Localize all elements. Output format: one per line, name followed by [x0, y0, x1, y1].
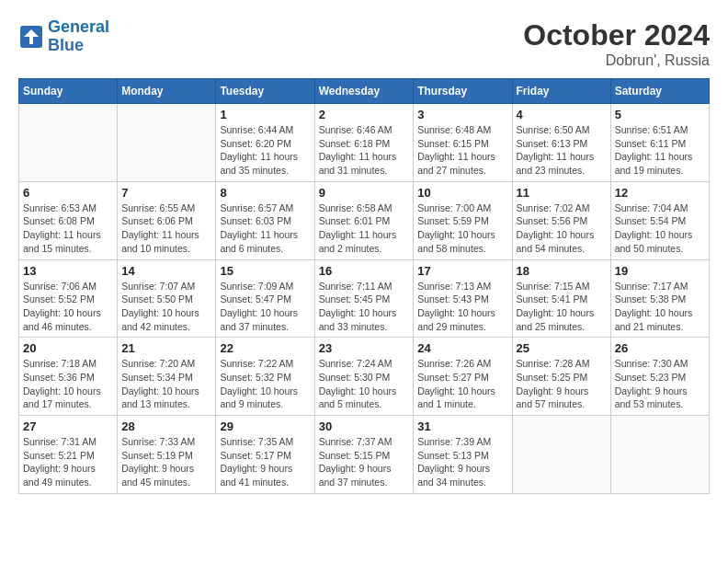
- day-number: 26: [615, 341, 705, 355]
- day-number: 23: [319, 341, 410, 355]
- day-info: Sunrise: 6:55 AM Sunset: 6:06 PM Dayligh…: [121, 201, 211, 256]
- calendar-cell: 31Sunrise: 7:39 AM Sunset: 5:13 PM Dayli…: [414, 416, 512, 494]
- day-info: Sunrise: 7:20 AM Sunset: 5:34 PM Dayligh…: [121, 357, 211, 411]
- location-title: Dobrun', Russia: [523, 52, 710, 69]
- day-number: 7: [121, 186, 211, 200]
- day-number: 13: [23, 264, 113, 278]
- calendar-cell: 14Sunrise: 7:07 AM Sunset: 5:50 PM Dayli…: [118, 259, 216, 338]
- month-title: October 2024: [523, 18, 710, 52]
- day-info: Sunrise: 7:37 AM Sunset: 5:15 PM Dayligh…: [319, 435, 410, 489]
- calendar-cell: 7Sunrise: 6:55 AM Sunset: 6:06 PM Daylig…: [118, 181, 216, 259]
- calendar-week-row: 27Sunrise: 7:31 AM Sunset: 5:21 PM Dayli…: [19, 416, 710, 494]
- logo-line1: General: [48, 17, 109, 36]
- calendar-cell: [19, 104, 118, 182]
- calendar-cell: [118, 104, 216, 182]
- day-number: 6: [23, 186, 113, 200]
- calendar-cell: 27Sunrise: 7:31 AM Sunset: 5:21 PM Dayli…: [19, 416, 118, 494]
- day-info: Sunrise: 7:09 AM Sunset: 5:47 PM Dayligh…: [220, 280, 310, 334]
- day-info: Sunrise: 7:06 AM Sunset: 5:52 PM Dayligh…: [23, 280, 113, 334]
- calendar-cell: 12Sunrise: 7:04 AM Sunset: 5:54 PM Dayli…: [610, 181, 709, 259]
- calendar-cell: 20Sunrise: 7:18 AM Sunset: 5:36 PM Dayli…: [19, 338, 118, 416]
- day-number: 5: [615, 108, 705, 121]
- day-info: Sunrise: 6:57 AM Sunset: 6:03 PM Dayligh…: [220, 201, 310, 256]
- logo-line2: Blue: [48, 36, 84, 54]
- calendar-header-row: Sunday Monday Tuesday Wednesday Thursday…: [19, 79, 710, 104]
- day-number: 25: [517, 341, 607, 355]
- calendar-cell: 29Sunrise: 7:35 AM Sunset: 5:17 PM Dayli…: [216, 416, 314, 494]
- day-number: 11: [517, 186, 607, 200]
- col-sunday: Sunday: [19, 79, 118, 104]
- calendar-week-row: 6Sunrise: 6:53 AM Sunset: 6:08 PM Daylig…: [19, 181, 710, 259]
- day-number: 29: [220, 419, 310, 433]
- day-info: Sunrise: 7:18 AM Sunset: 5:36 PM Dayligh…: [23, 357, 113, 411]
- calendar-table: Sunday Monday Tuesday Wednesday Thursday…: [18, 78, 710, 494]
- title-block: October 2024 Dobrun', Russia: [523, 18, 710, 69]
- day-number: 27: [23, 419, 113, 433]
- calendar-cell: 1Sunrise: 6:44 AM Sunset: 6:20 PM Daylig…: [216, 104, 314, 182]
- calendar-cell: 2Sunrise: 6:46 AM Sunset: 6:18 PM Daylig…: [314, 104, 414, 182]
- day-number: 20: [23, 341, 113, 355]
- calendar-cell: 25Sunrise: 7:28 AM Sunset: 5:25 PM Dayli…: [512, 338, 610, 416]
- calendar-cell: 10Sunrise: 7:00 AM Sunset: 5:59 PM Dayli…: [414, 181, 512, 259]
- logo-text: General Blue: [48, 18, 109, 55]
- calendar-cell: 21Sunrise: 7:20 AM Sunset: 5:34 PM Dayli…: [118, 338, 216, 416]
- calendar-cell: 13Sunrise: 7:06 AM Sunset: 5:52 PM Dayli…: [19, 259, 118, 338]
- col-thursday: Thursday: [414, 79, 512, 104]
- day-number: 3: [417, 108, 507, 121]
- day-number: 31: [417, 419, 507, 433]
- day-info: Sunrise: 6:50 AM Sunset: 6:13 PM Dayligh…: [517, 123, 607, 178]
- col-tuesday: Tuesday: [216, 79, 314, 104]
- day-info: Sunrise: 7:22 AM Sunset: 5:32 PM Dayligh…: [220, 357, 310, 411]
- day-info: Sunrise: 7:35 AM Sunset: 5:17 PM Dayligh…: [220, 435, 310, 489]
- logo: General Blue: [18, 18, 109, 55]
- calendar-cell: 6Sunrise: 6:53 AM Sunset: 6:08 PM Daylig…: [19, 181, 118, 259]
- calendar-cell: 8Sunrise: 6:57 AM Sunset: 6:03 PM Daylig…: [216, 181, 314, 259]
- day-info: Sunrise: 6:51 AM Sunset: 6:11 PM Dayligh…: [615, 123, 705, 178]
- page-header: General Blue October 2024 Dobrun', Russi…: [18, 18, 710, 69]
- day-number: 4: [517, 108, 607, 121]
- day-number: 17: [417, 264, 507, 278]
- day-info: Sunrise: 7:17 AM Sunset: 5:38 PM Dayligh…: [615, 280, 705, 334]
- day-number: 18: [517, 264, 607, 278]
- day-info: Sunrise: 7:28 AM Sunset: 5:25 PM Dayligh…: [517, 357, 607, 411]
- calendar-cell: [610, 416, 709, 494]
- day-info: Sunrise: 7:02 AM Sunset: 5:56 PM Dayligh…: [517, 201, 607, 256]
- calendar-cell: 15Sunrise: 7:09 AM Sunset: 5:47 PM Dayli…: [216, 259, 314, 338]
- calendar-cell: 11Sunrise: 7:02 AM Sunset: 5:56 PM Dayli…: [512, 181, 610, 259]
- calendar-cell: 18Sunrise: 7:15 AM Sunset: 5:41 PM Dayli…: [512, 259, 610, 338]
- day-info: Sunrise: 7:00 AM Sunset: 5:59 PM Dayligh…: [417, 201, 507, 256]
- day-number: 16: [319, 264, 410, 278]
- calendar-cell: 9Sunrise: 6:58 AM Sunset: 6:01 PM Daylig…: [314, 181, 414, 259]
- calendar-cell: 30Sunrise: 7:37 AM Sunset: 5:15 PM Dayli…: [314, 416, 414, 494]
- day-number: 1: [220, 108, 310, 121]
- calendar-cell: 16Sunrise: 7:11 AM Sunset: 5:45 PM Dayli…: [314, 259, 414, 338]
- day-info: Sunrise: 7:11 AM Sunset: 5:45 PM Dayligh…: [319, 280, 410, 334]
- calendar-cell: [512, 416, 610, 494]
- calendar-cell: 23Sunrise: 7:24 AM Sunset: 5:30 PM Dayli…: [314, 338, 414, 416]
- col-wednesday: Wednesday: [314, 79, 414, 104]
- calendar-cell: 22Sunrise: 7:22 AM Sunset: 5:32 PM Dayli…: [216, 338, 314, 416]
- day-info: Sunrise: 7:15 AM Sunset: 5:41 PM Dayligh…: [517, 280, 607, 334]
- day-info: Sunrise: 7:31 AM Sunset: 5:21 PM Dayligh…: [23, 435, 113, 489]
- day-number: 28: [121, 419, 211, 433]
- day-number: 10: [417, 186, 507, 200]
- calendar-cell: 4Sunrise: 6:50 AM Sunset: 6:13 PM Daylig…: [512, 104, 610, 182]
- day-number: 30: [319, 419, 410, 433]
- day-info: Sunrise: 6:44 AM Sunset: 6:20 PM Dayligh…: [220, 123, 310, 178]
- day-info: Sunrise: 7:26 AM Sunset: 5:27 PM Dayligh…: [417, 357, 507, 411]
- day-number: 24: [417, 341, 507, 355]
- day-info: Sunrise: 7:33 AM Sunset: 5:19 PM Dayligh…: [121, 435, 211, 489]
- day-info: Sunrise: 6:53 AM Sunset: 6:08 PM Dayligh…: [23, 201, 113, 256]
- col-monday: Monday: [118, 79, 216, 104]
- day-number: 8: [220, 186, 310, 200]
- day-info: Sunrise: 7:24 AM Sunset: 5:30 PM Dayligh…: [319, 357, 410, 411]
- calendar-cell: 28Sunrise: 7:33 AM Sunset: 5:19 PM Dayli…: [118, 416, 216, 494]
- col-friday: Friday: [512, 79, 610, 104]
- col-saturday: Saturday: [610, 79, 709, 104]
- calendar-cell: 3Sunrise: 6:48 AM Sunset: 6:15 PM Daylig…: [414, 104, 512, 182]
- day-info: Sunrise: 6:48 AM Sunset: 6:15 PM Dayligh…: [417, 123, 507, 178]
- calendar-cell: 5Sunrise: 6:51 AM Sunset: 6:11 PM Daylig…: [610, 104, 709, 182]
- day-number: 2: [319, 108, 410, 121]
- calendar-cell: 17Sunrise: 7:13 AM Sunset: 5:43 PM Dayli…: [414, 259, 512, 338]
- day-info: Sunrise: 7:39 AM Sunset: 5:13 PM Dayligh…: [417, 435, 507, 489]
